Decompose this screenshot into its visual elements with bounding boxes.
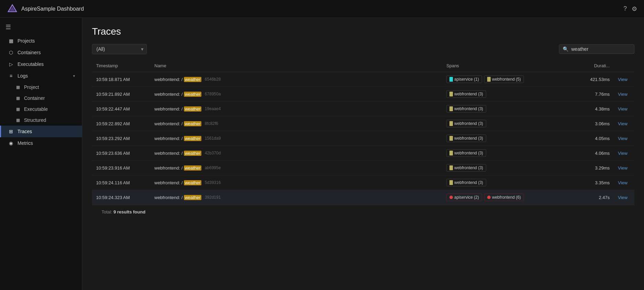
sidebar-item-metrics[interactable]: ◉ Metrics <box>0 137 82 149</box>
trace-name-prefix: webfrontend: / <box>154 77 183 82</box>
cell-name: webfrontend: /weather678950a <box>150 87 442 102</box>
filter-select[interactable]: (All) apiservice webfrontend <box>92 44 147 54</box>
sidebar-label-logs: Logs <box>17 73 28 79</box>
sidebar-item-traces[interactable]: ⊞ Traces <box>0 126 82 137</box>
cell-view[interactable]: View <box>614 102 634 116</box>
sidebar-label-logs-container: Container <box>24 95 45 101</box>
timestamp-value: 10:59:23.292 AM <box>96 136 130 141</box>
span-label: webfrontend (3) <box>454 106 483 111</box>
trace-id: 5d39316 <box>205 180 221 185</box>
span-label: apiservice (2) <box>454 195 479 200</box>
trace-id: 19eaae4 <box>205 106 221 111</box>
filter-wrapper[interactable]: (All) apiservice webfrontend <box>92 44 147 54</box>
cell-spans: apiservice (1)webfrontend (5) <box>442 72 573 87</box>
span-color-dot <box>449 151 453 155</box>
sidebar-item-logs[interactable]: ≡ Logs ▾ <box>0 70 82 82</box>
logs-expand-icon: ▾ <box>73 74 75 78</box>
cell-view[interactable]: View <box>614 161 634 175</box>
cell-spans: webfrontend (3) <box>442 161 573 175</box>
body: ☰ ▦ Projects ⬡ Containers ▷ Executables … <box>0 18 644 290</box>
sidebar-label-logs-project: Project <box>24 84 39 90</box>
span-color-dot <box>449 77 453 82</box>
span-label: webfrontend (6) <box>492 195 521 200</box>
sidebar-item-executables[interactable]: ▷ Executables <box>0 58 82 70</box>
sidebar-label-projects: Projects <box>17 38 35 44</box>
cell-timestamp: 10:59:24.323 AM <box>92 190 150 205</box>
toolbar: (All) apiservice webfrontend 🔍 <box>92 44 634 54</box>
cell-view[interactable]: View <box>614 131 634 146</box>
help-icon[interactable]: ? <box>623 5 627 12</box>
spans-container: webfrontend (3) <box>446 149 569 157</box>
search-icon: 🔍 <box>563 46 569 52</box>
cell-spans: webfrontend (3) <box>442 131 573 146</box>
logs-structured-icon: ▦ <box>15 118 21 123</box>
span-color-dot <box>449 121 453 126</box>
trace-name-highlight: weather <box>184 195 201 200</box>
cell-view[interactable]: View <box>614 72 634 87</box>
span-badge: webfrontend (3) <box>446 105 486 113</box>
sidebar-item-projects[interactable]: ▦ Projects <box>0 35 82 47</box>
results-footer: Total: 9 results found <box>92 205 634 219</box>
cell-view[interactable]: View <box>614 116 634 131</box>
logs-container-icon: ▦ <box>15 96 21 101</box>
span-label: webfrontend (3) <box>454 92 483 96</box>
cell-spans: webfrontend (3) <box>442 116 573 131</box>
cell-timestamp: 10:59:18.871 AM <box>92 72 150 87</box>
trace-id: ab6995e <box>205 165 221 170</box>
header-right: ? ⚙ <box>623 5 637 13</box>
spans-container: apiservice (1)webfrontend (5) <box>446 76 569 83</box>
main-content: Traces (All) apiservice webfrontend 🔍 Ti… <box>82 18 644 290</box>
col-header-action <box>614 60 634 72</box>
settings-icon[interactable]: ⚙ <box>632 5 637 13</box>
cell-timestamp: 10:59:22.447 AM <box>92 102 150 116</box>
sidebar-item-containers[interactable]: ⬡ Containers <box>0 47 82 58</box>
cell-name: webfrontend: /weather392d191 <box>150 190 442 205</box>
cell-view[interactable]: View <box>614 146 634 161</box>
span-label: webfrontend (3) <box>454 180 483 185</box>
trace-name-prefix: webfrontend: / <box>154 136 183 141</box>
cell-duration: 3.29ms <box>573 161 614 175</box>
header-left: AspireSample Dashboard <box>7 3 84 14</box>
spans-container: webfrontend (3) <box>446 120 569 127</box>
trace-name-highlight: weather <box>184 151 201 156</box>
trace-name: webfrontend: /weather42b370d <box>154 151 438 156</box>
cell-spans: webfrontend (3) <box>442 175 573 190</box>
cell-timestamp: 10:59:21.892 AM <box>92 87 150 102</box>
sidebar-label-metrics: Metrics <box>17 140 33 146</box>
trace-name-highlight: weather <box>184 106 201 112</box>
trace-name-prefix: webfrontend: / <box>154 165 183 171</box>
sidebar-item-logs-project[interactable]: ▦ Project <box>0 82 82 93</box>
table-row: 10:59:22.892 AMwebfrontend: /weather8fc8… <box>92 116 634 131</box>
spans-container: webfrontend (3) <box>446 90 569 98</box>
menu-toggle[interactable]: ☰ <box>0 21 82 34</box>
trace-name: webfrontend: /weather5d39316 <box>154 180 438 185</box>
search-input[interactable] <box>571 46 631 52</box>
trace-name: webfrontend: /weather678950a <box>154 92 438 97</box>
trace-name: webfrontend: /weatherab6995e <box>154 165 438 171</box>
sidebar-item-logs-structured[interactable]: ▦ Structured <box>0 115 82 126</box>
cell-view[interactable]: View <box>614 190 634 205</box>
trace-name-prefix: webfrontend: / <box>154 195 183 200</box>
span-badge: webfrontend (3) <box>446 179 486 186</box>
sidebar: ☰ ▦ Projects ⬡ Containers ▷ Executables … <box>0 18 82 290</box>
cell-view[interactable]: View <box>614 87 634 102</box>
trace-name-prefix: webfrontend: / <box>154 92 183 97</box>
timestamp-value: 10:59:24.116 AM <box>96 180 130 185</box>
trace-name-highlight: weather <box>184 77 201 82</box>
cell-name: webfrontend: /weather8fc82f6 <box>150 116 442 131</box>
trace-name-prefix: webfrontend: / <box>154 180 183 185</box>
cell-duration: 3.06ms <box>573 116 614 131</box>
cell-spans: apiservice (2)webfrontend (6) <box>442 190 573 205</box>
timestamp-value: 10:59:24.323 AM <box>96 195 130 200</box>
timestamp-value: 10:59:22.447 AM <box>96 106 130 112</box>
sidebar-item-logs-container[interactable]: ▦ Container <box>0 93 82 104</box>
table-row: 10:59:22.447 AMwebfrontend: /weather19ea… <box>92 102 634 116</box>
cell-duration: 421.53ms <box>573 72 614 87</box>
cell-view[interactable]: View <box>614 175 634 190</box>
trace-name: webfrontend: /weather8fc82f6 <box>154 121 438 126</box>
table-row: 10:59:23.636 AMwebfrontend: /weather42b3… <box>92 146 634 161</box>
table-header: Timestamp Name Spans Durati... <box>92 60 634 72</box>
sidebar-item-logs-executable[interactable]: ▦ Executable <box>0 104 82 115</box>
logs-submenu: ▦ Project ▦ Container ▦ Executable ▦ Str… <box>0 82 82 126</box>
cell-duration: 3.35ms <box>573 175 614 190</box>
